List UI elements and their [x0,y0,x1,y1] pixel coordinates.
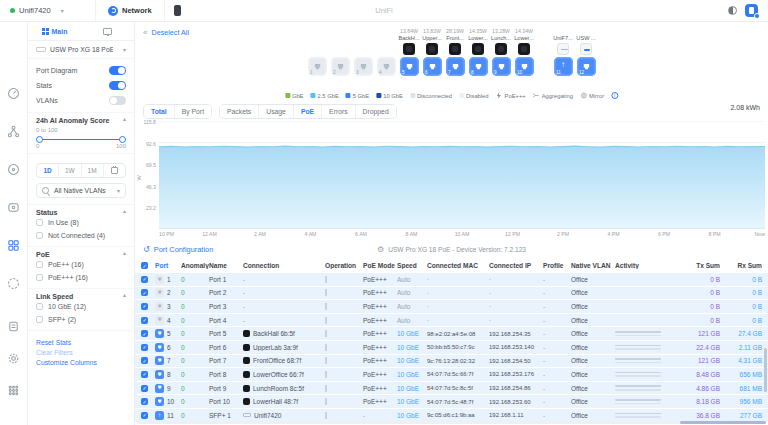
checkbox-unchecked[interactable] [36,274,43,281]
user-avatar[interactable] [745,4,758,17]
table-row-port-10[interactable]: ✓100Port 10LowerHall 48:7fPoE+++10 GbE54… [135,395,768,409]
diagram-port-4[interactable]: 4 [377,57,396,76]
row-checkbox[interactable]: ✓ [141,276,148,283]
row-checkbox[interactable]: ✓ [141,303,148,310]
diagram-port-2[interactable]: 2 [331,57,350,76]
time-range-calendar[interactable] [104,164,125,177]
vertical-scrollbar[interactable] [764,348,767,392]
theme-contrast-icon[interactable] [728,6,737,15]
horizontal-scrollbar[interactable] [137,421,766,424]
operation-checkbox[interactable] [325,276,327,283]
operation-checkbox[interactable] [325,289,327,296]
column-header-tx-sum[interactable]: Tx Sum [677,262,725,269]
table-row-port-9[interactable]: ✓90Port 9LunchRoom 8c:5fPoE+++10 GbE54:0… [135,382,768,396]
table-row-port-1[interactable]: ✓10Port 1-PoE+++Auto---Office0 B0 B [135,273,768,287]
horizontal-scrollbar-thumb[interactable] [680,421,766,424]
diagram-port-12[interactable]: 12 [577,57,596,76]
tab-packets[interactable]: Packets [220,105,259,118]
rail-settings-icon[interactable] [7,351,21,365]
checkbox-unchecked[interactable] [36,316,43,323]
reset-stats-link[interactable]: Reset Stats [36,339,126,346]
row-checkbox[interactable]: ✓ [141,371,148,378]
clear-filters-link[interactable]: Clear Filters [36,349,126,356]
time-range-1m[interactable]: 1M [82,164,104,177]
row-checkbox[interactable]: ✓ [141,317,148,324]
native-vlan-dropdown[interactable]: All Native VLANs ▾ [36,183,126,198]
operation-checkbox[interactable] [325,371,327,378]
row-checkbox[interactable]: ✓ [141,412,148,419]
diagram-port-9[interactable]: 9 [492,57,511,76]
site-selector[interactable]: Unifi7420 ▾ [0,0,96,21]
column-header-anomaly[interactable]: Anomaly [181,262,209,269]
column-header-profile[interactable]: Profile [543,262,571,269]
operation-checkbox[interactable] [325,357,327,364]
filter-option[interactable]: PoE++ (16) [36,258,126,271]
anomaly-slider[interactable] [37,138,125,141]
diagram-port-8[interactable]: 8 [469,57,488,76]
diagram-port-11[interactable]: ↑11 [554,57,573,76]
filter-option[interactable]: SFP+ (2) [36,313,126,326]
checkbox-unchecked[interactable] [36,261,43,268]
table-row-port-4[interactable]: ✓40Port 4-PoE+++Auto---Office0 B0 B [135,314,768,328]
rail-help-icon[interactable] [7,319,21,333]
column-header-native-vlan[interactable]: Native VLAN [571,262,615,269]
column-header-port[interactable]: Port [155,262,181,269]
diagram-port-6[interactable]: 6 [423,57,442,76]
operation-checkbox[interactable] [325,330,327,337]
time-range-1d[interactable]: 1D [37,164,59,177]
checkbox-unchecked[interactable] [36,303,43,310]
table-row-port-8[interactable]: ✓80Port 8LowerOffice 66:7fPoE+++10 GbE54… [135,368,768,382]
toggle-switch[interactable] [109,96,126,105]
table-row-port-7[interactable]: ✓70Port 7FrontOffice 68:7fPoE+++10 GbE9c… [135,355,768,369]
selection-toolbar[interactable]: « Deselect All [143,28,189,37]
chart-plot-area[interactable] [159,121,765,229]
tab-total[interactable]: Total [144,105,175,118]
column-header-speed[interactable]: Speed [397,262,427,269]
row-checkbox[interactable]: ✓ [141,385,148,392]
filter-option[interactable]: In Use (8) [36,216,126,229]
toggle-switch[interactable] [109,66,126,75]
filter-option[interactable]: 10 GbE (12) [36,300,126,313]
toggle-switch[interactable] [109,81,126,90]
row-checkbox[interactable]: ✓ [141,330,148,337]
column-header-connected-ip[interactable]: Connected IP [489,262,543,269]
header-checkbox[interactable]: ✓ [141,262,148,269]
row-checkbox[interactable]: ✓ [141,357,148,364]
diagram-port-7[interactable]: 7 [446,57,465,76]
diagram-port-1[interactable]: 1 [308,57,327,76]
rail-dashboard-icon[interactable] [7,86,21,100]
device-selector[interactable]: USW Pro XG 18 PoE ▾ [28,41,134,59]
operation-checkbox[interactable] [325,385,327,392]
row-checkbox[interactable]: ✓ [141,289,148,296]
diagram-port-5[interactable]: 5 [400,57,419,76]
tab-poe[interactable]: PoE [294,105,322,118]
tab-errors[interactable]: Errors [322,105,356,118]
customize-columns-link[interactable]: Customize Columns [36,359,126,366]
operation-checkbox[interactable] [325,398,327,405]
slider-handle-max[interactable] [119,136,126,143]
column-header-activity[interactable]: Activity [615,262,677,269]
column-header-name[interactable]: Name [209,262,243,269]
tab-main[interactable]: Main [28,22,81,40]
operation-checkbox[interactable] [325,412,327,419]
table-row-port-5[interactable]: ✓50Port 5BackHall 6b:5fPoE+++10 GbE98:e2… [135,327,768,341]
checkbox-unchecked[interactable] [36,232,43,239]
tab-display[interactable] [81,22,134,40]
tab-dropped[interactable]: Dropped [356,105,396,118]
chevron-up-icon[interactable]: ▾ [123,293,126,300]
rail-topology-icon[interactable] [7,124,21,138]
filter-option[interactable]: PoE+++ (16) [36,271,126,284]
chevron-up-icon[interactable]: ▾ [123,251,126,258]
filter-option[interactable]: Not Connected (4) [36,229,126,242]
port-config-title-group[interactable]: ↺ Port Configuration [143,245,213,254]
chevron-up-icon[interactable]: ▾ [123,117,126,124]
tab-by-port[interactable]: By Port [175,105,211,118]
rail-insights-icon[interactable] [7,276,21,290]
column-header-operation[interactable]: Operation [325,262,363,269]
column-header-poe-mode[interactable]: PoE Mode [363,262,397,269]
rail-apps-icon[interactable] [7,383,21,397]
column-header-connected-mac[interactable]: Connected MAC [427,262,489,269]
tab-network[interactable]: Network [96,0,165,21]
row-checkbox[interactable]: ✓ [141,344,148,351]
diagram-port-3[interactable]: 3 [354,57,373,76]
